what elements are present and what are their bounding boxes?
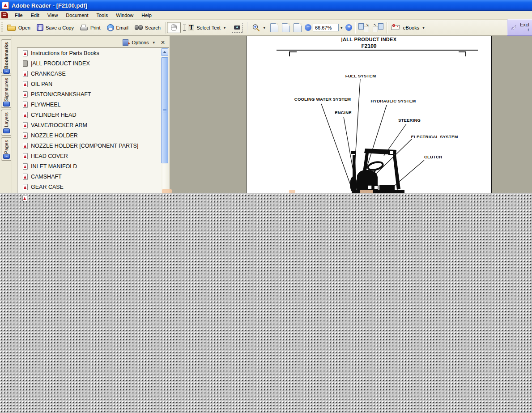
pdf-page-icon — [23, 102, 28, 108]
bookmark-item[interactable]: NOZZLE HOLDER — [17, 130, 169, 141]
bookmark-item[interactable]: Instructions for Parts Books — [17, 48, 169, 58]
snapshot-camera-icon — [232, 23, 243, 33]
zoom-out-button[interactable]: − — [305, 24, 311, 31]
gray-page-icon — [23, 60, 28, 67]
close-panel-icon[interactable]: ✕ — [158, 39, 168, 46]
print-button[interactable]: Print — [77, 23, 104, 33]
capture-artifact — [162, 189, 172, 193]
ebooks-button[interactable]: eBooks ▾ — [388, 22, 427, 33]
toolbar-separator — [355, 22, 355, 34]
menu-bar: File Edit View Document Tools Window Hel… — [0, 11, 532, 20]
snapshot-tool-button[interactable] — [229, 21, 246, 34]
zoom-in-button[interactable]: + — [345, 24, 352, 31]
bookmarks-list: Instructions for Parts Books |ALL PRODUC… — [17, 47, 169, 193]
fit-width-button[interactable] — [294, 23, 302, 32]
printer-icon — [80, 25, 88, 31]
chevron-down-icon[interactable]: ▾ — [224, 26, 226, 30]
search-button[interactable]: Search — [132, 23, 164, 32]
window-title: Adobe Reader - [F2100.pdf] — [12, 2, 87, 9]
email-globe-icon — [107, 24, 114, 31]
bookmark-item-selected[interactable]: |ALL PRODUCT INDEX — [17, 58, 169, 68]
bookmark-item[interactable]: PISTON/CRANKSHAFT — [17, 89, 169, 99]
label-engine: ENGINE — [335, 110, 352, 115]
bookmark-item[interactable]: VALVE/ROCKER ARM — [17, 120, 169, 130]
bookmark-item[interactable]: HEAD COVER — [17, 151, 169, 161]
overlay-tool-button[interactable]: Excl r — [507, 19, 532, 36]
bookmark-item[interactable]: FLYWHEEL — [17, 99, 169, 110]
toolbar-separator — [165, 22, 166, 34]
toolbar-separator — [387, 22, 387, 34]
label-fuel-system: FUEL SYSTEM — [345, 73, 376, 78]
fit-page-button[interactable] — [282, 23, 290, 32]
arrow-up-left-icon: ↖ — [373, 22, 377, 27]
arrow-down-right-icon: ↘ — [366, 22, 369, 27]
bookmarks-panel-header: Options ▾ ✕ — [12, 38, 168, 47]
bookmark-item[interactable]: NOZZLE HOLDER [COMPONENT PARTS] — [17, 141, 169, 151]
options-button[interactable]: Options — [132, 40, 149, 45]
label-hydraulic-system: HYDRAULIC SYSTEM — [371, 98, 416, 103]
bookmark-item[interactable]: OIL PAN — [17, 79, 169, 89]
floppy-disk-icon — [37, 24, 43, 31]
open-folder-icon — [7, 24, 16, 31]
magnifier-plus-icon — [252, 24, 260, 32]
pdf-page-icon — [23, 132, 28, 139]
pdf-page-icon — [23, 143, 28, 149]
previous-view-button[interactable]: ↖ — [373, 23, 383, 32]
tab-bookmarks[interactable]: Bookmarks ⋯ — [1, 39, 11, 73]
actual-size-button[interactable] — [270, 23, 278, 32]
zoom-dropdown-icon[interactable]: ▾ — [340, 26, 343, 30]
select-text-button[interactable]: T Select Text ▾ — [181, 22, 229, 33]
tab-signatures[interactable]: Signatures ⋯ — [1, 75, 11, 108]
pdf-page-icon — [23, 163, 28, 170]
save-a-copy-button[interactable]: Save a Copy — [34, 22, 77, 33]
toolbar: Open Save a Copy Print Email Search — [0, 20, 532, 36]
adobe-reader-icon — [2, 2, 9, 9]
menu-document[interactable]: Document — [62, 12, 92, 19]
bookmarks-panel-icon: ⋯ — [3, 69, 10, 74]
tab-layers[interactable]: Layers ⋯ — [1, 110, 11, 136]
pdf-page-icon — [23, 184, 28, 190]
next-view-button[interactable]: ↘ — [358, 23, 369, 32]
binoculars-search-icon — [135, 25, 143, 30]
open-button[interactable]: Open — [4, 22, 34, 33]
ibeam-cursor-icon — [184, 25, 186, 31]
pdf-page-icon — [23, 50, 28, 56]
zoom-level-field[interactable]: 66.67% — [313, 24, 339, 31]
bookmarks-panel: Options ▾ ✕ Instructions for Parts Books… — [12, 36, 170, 193]
pdf-page-icon — [23, 71, 28, 77]
menu-help[interactable]: Help — [137, 12, 156, 19]
options-dropdown-icon[interactable]: ▾ — [153, 40, 155, 45]
chevron-down-icon[interactable]: ▾ — [422, 26, 425, 30]
bookmarks-scrollbar[interactable] — [161, 48, 168, 193]
menu-file[interactable]: File — [11, 12, 27, 19]
pdf-page: |ALL PRODUCT INDEX F2100 — [247, 36, 492, 193]
zoom-in-tool-button[interactable]: ▾ — [249, 22, 268, 34]
overlay-button-label-2: r — [528, 27, 529, 33]
menu-view[interactable]: View — [43, 12, 62, 19]
scrollbar-thumb[interactable] — [161, 57, 168, 163]
scroll-up-button[interactable] — [161, 48, 168, 56]
bookmark-item[interactable]: INLET MANIFOLD — [17, 161, 169, 171]
toolbar-grip[interactable] — [0, 22, 4, 33]
menu-tools[interactable]: Tools — [93, 12, 112, 19]
cursor-arrow-icon — [510, 24, 517, 31]
partial-bookmark-icon — [22, 195, 27, 201]
capture-artifact — [289, 190, 295, 193]
bookmark-item[interactable]: GEAR CASE — [17, 182, 169, 192]
desktop-capture: Adobe Reader - [F2100.pdf] File Edit Vie… — [0, 0, 532, 413]
bookmark-item[interactable]: CYLINDER HEAD — [17, 110, 169, 120]
document-pane[interactable]: |ALL PRODUCT INDEX F2100 — [170, 36, 532, 193]
overlay-button-label: Excl — [520, 22, 529, 27]
hand-tool-button[interactable] — [167, 22, 181, 33]
capture-artifact — [360, 190, 373, 193]
bookmark-item[interactable]: CRANKCASE — [17, 68, 169, 79]
tab-pages[interactable]: Pages ⋯ — [1, 137, 11, 161]
options-icon — [123, 39, 128, 46]
title-bar[interactable]: Adobe Reader - [F2100.pdf] — [0, 0, 532, 11]
label-steering: STEERING — [398, 118, 421, 123]
email-button[interactable]: Email — [104, 22, 132, 33]
chevron-down-icon[interactable]: ▾ — [263, 26, 265, 30]
menu-edit[interactable]: Edit — [27, 12, 43, 19]
menu-window[interactable]: Window — [112, 12, 137, 19]
bookmark-item[interactable]: CAMSHAFT — [17, 171, 169, 182]
